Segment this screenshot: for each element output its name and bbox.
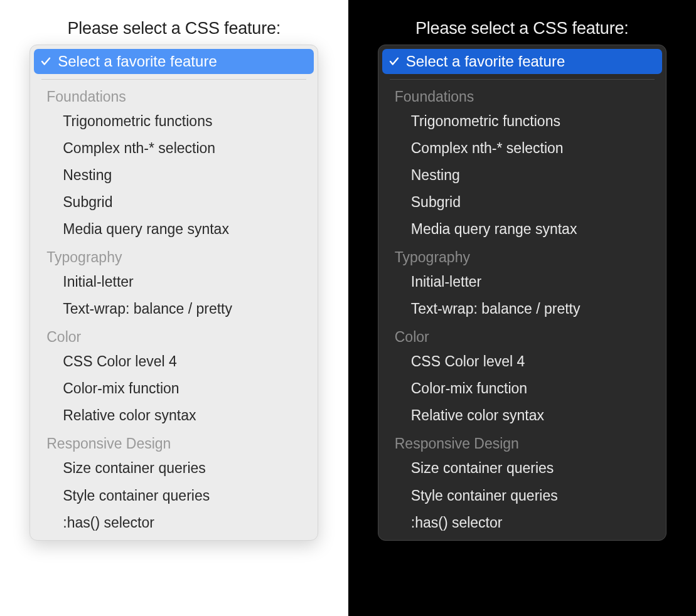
option-item[interactable]: Color-mix function [382, 375, 662, 402]
group-header-typography: Typography [34, 243, 314, 268]
group-header-color: Color [34, 322, 314, 348]
group-header-foundations: Foundations [34, 82, 314, 108]
group-header-responsive-design: Responsive Design [34, 429, 314, 455]
option-item[interactable]: Subgrid [382, 189, 662, 216]
divider [41, 79, 306, 80]
dark-mode-panel: Please select a CSS feature: Select a fa… [348, 0, 697, 616]
option-item[interactable]: CSS Color level 4 [34, 348, 314, 375]
option-item[interactable]: Complex nth-* selection [34, 135, 314, 162]
option-item[interactable]: Nesting [34, 162, 314, 189]
option-item[interactable]: CSS Color level 4 [382, 348, 662, 375]
selected-option-row[interactable]: Select a favorite feature [34, 49, 314, 74]
option-item[interactable]: Initial-letter [382, 268, 662, 295]
option-item[interactable]: Trigonometric functions [34, 108, 314, 135]
option-item[interactable]: Media query range syntax [34, 216, 314, 243]
option-item[interactable]: Text-wrap: balance / pretty [34, 295, 314, 322]
option-item[interactable]: Relative color syntax [382, 402, 662, 429]
divider [390, 79, 655, 80]
check-icon [40, 56, 51, 67]
check-icon [388, 56, 400, 67]
option-item[interactable]: Text-wrap: balance / pretty [382, 295, 662, 322]
select-popup[interactable]: Select a favorite feature Foundations Tr… [29, 45, 318, 541]
option-item[interactable]: Size container queries [382, 455, 662, 482]
prompt-label: Please select a CSS feature: [415, 19, 629, 38]
group-header-responsive-design: Responsive Design [382, 429, 662, 455]
option-item[interactable]: :has() selector [382, 509, 662, 536]
option-item[interactable]: Media query range syntax [382, 216, 662, 243]
light-mode-panel: Please select a CSS feature: Select a fa… [0, 0, 348, 616]
option-item[interactable]: :has() selector [34, 509, 314, 536]
option-item[interactable]: Complex nth-* selection [382, 135, 662, 162]
option-item[interactable]: Style container queries [34, 482, 314, 509]
group-header-color: Color [382, 322, 662, 348]
selected-option-row[interactable]: Select a favorite feature [382, 49, 662, 74]
option-item[interactable]: Subgrid [34, 189, 314, 216]
prompt-label: Please select a CSS feature: [67, 19, 281, 38]
selected-option-label: Select a favorite feature [58, 53, 217, 70]
selected-option-label: Select a favorite feature [406, 53, 565, 70]
option-item[interactable]: Nesting [382, 162, 662, 189]
option-item[interactable]: Initial-letter [34, 268, 314, 295]
option-item[interactable]: Color-mix function [34, 375, 314, 402]
option-item[interactable]: Relative color syntax [34, 402, 314, 429]
group-header-typography: Typography [382, 243, 662, 268]
option-item[interactable]: Size container queries [34, 455, 314, 482]
select-popup[interactable]: Select a favorite feature Foundations Tr… [378, 45, 667, 541]
option-item[interactable]: Trigonometric functions [382, 108, 662, 135]
option-item[interactable]: Style container queries [382, 482, 662, 509]
group-header-foundations: Foundations [382, 82, 662, 108]
